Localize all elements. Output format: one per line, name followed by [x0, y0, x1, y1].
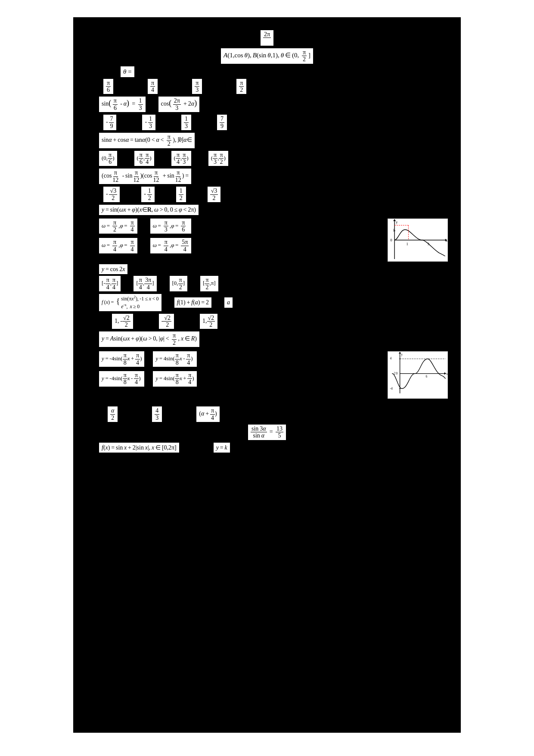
formula-omega1: ω = π2 ,φ = π4 [99, 219, 137, 234]
val-neg-half: - 12 [141, 187, 154, 202]
formula-sin-pi6: sin( π6 - α) = 13 [99, 97, 146, 112]
formula-omega2: ω = π4 ,φ = π4 [99, 238, 137, 253]
formula-f1fa: f(1) + f(a) = 2 [174, 297, 211, 308]
svg-text:x: x [446, 238, 447, 243]
val-neg-sqrt2-2: -√22 [159, 314, 174, 329]
val-pi2: π2 [236, 79, 246, 94]
formula-neg4sin-a: y = -4sin(π8x + π4) [99, 351, 144, 367]
svg-text:4: 4 [390, 357, 392, 361]
row-19: α2 43 (α + π4) [86, 406, 448, 422]
row-9: (cosπ12 - sinπ12)(cosπ12 + sinπ12) = [86, 169, 448, 184]
formula-cos-sin-12: (cosπ12 - sinπ12)(cosπ12 + sinπ12) = [99, 169, 191, 184]
interval-1: (0,π6) [99, 151, 117, 166]
val-pi3: π3 [192, 79, 202, 94]
val-neg79: - 79 [103, 115, 116, 130]
val-alpha-2: α2 [108, 406, 118, 422]
row-6: - 79 - 13 13 79 [86, 115, 448, 130]
val-pi4: π4 [148, 79, 158, 94]
row-15: f (x) = { sin(πx2), -1 ≤ x < 0 e-x, x ≥ … [86, 294, 448, 311]
formula-neg4sin-b: y = -4sin(π8x - π4) [99, 371, 144, 387]
row-12: ω = π2 ,φ = π4 ω = π4 ,φ = π4 ω = π3 ,φ … [86, 219, 448, 262]
formula-piecewise: f (x) = { sin(πx2), -1 ≤ x < 0 e-x, x ≥ … [99, 294, 161, 311]
val-pos13: 13 [181, 115, 191, 130]
chart-2: 0 x y 4 -4 -2 6 [388, 351, 448, 399]
formula-ab: A(1,cos θ), B(sin θ,1), θ ∈ (0, π 2 ] [221, 48, 313, 64]
row-3: θ = [86, 66, 448, 77]
svg-text:1: 1 [393, 228, 394, 232]
row-18: y = -4sin(π8x + π4) y = -4sin(π8x - π4) … [86, 351, 448, 399]
val-1-neg-sqrt2-2: 1, -√22 [112, 314, 133, 329]
formula-cos-2pi3: cos( 2π3 + 2α) [158, 97, 200, 112]
svg-text:x: x [446, 372, 447, 376]
row-16: 1, -√22 -√22 1,√22 [86, 314, 448, 329]
val-pi6: π6 [103, 79, 113, 94]
formula-sin-cos-tan: sinα + cosα = tanα(0 < α < π2 ), 则α∈ [99, 133, 195, 148]
row-1: 2π [86, 30, 448, 46]
row-10: - √32 - 12 12 √32 [86, 187, 448, 202]
formula-y-Asin: y = Asin(ωx + φ)(ω > 0, |φ| < π2 , x ∈ R… [99, 331, 199, 347]
interval-a3: [0,π2] [170, 276, 188, 291]
row-13: y = cos 2x [86, 264, 448, 275]
formula-f-sin-abs: f(x) = sin x + 2|sin x|, x ∈ [0,2π] [99, 443, 179, 453]
val-pos79: 79 [217, 115, 227, 130]
interval-2: (π6,π4) [134, 151, 154, 166]
val-neg-sqrt3-2: - √32 [103, 187, 120, 202]
row-5: sin( π6 - α) = 13 cos( 2π3 + 2α) [86, 97, 448, 112]
row-7: sinα + cosα = tanα(0 < α < π2 ), 则α∈ [86, 133, 448, 148]
val-neg13: - 13 [142, 115, 155, 130]
interval-4: (π3,π2) [208, 151, 228, 166]
svg-text:6: 6 [425, 375, 427, 378]
row-4: π6 π4 π3 π2 [86, 79, 448, 94]
formula-y-k: y = k [214, 443, 230, 453]
row-20: sin 3α sin α = 135 [86, 425, 448, 440]
formula-4sin-a: y = 4sin(π8x - π4) [153, 351, 196, 367]
val-1-sqrt2-2: 1,√22 [200, 314, 217, 329]
black-box: 2π A(1,cos θ), B(sin θ,1), θ ∈ (0, π 2 ]… [73, 17, 461, 733]
row-21: f(x) = sin x + 2|sin x|, x ∈ [0,2π] y = … [86, 443, 448, 453]
page-container: 2π A(1,cos θ), B(sin θ,1), θ ∈ (0, π 2 ]… [0, 0, 534, 756]
interval-a2: [π4,3π4] [134, 276, 156, 291]
svg-text:y: y [396, 219, 398, 224]
val-sqrt3-2: √32 [208, 187, 221, 202]
row-11: y = sin(ωx + φ)(x∈R, ω > 0, 0 ≤ φ < 2π) [86, 205, 448, 215]
svg-text:y: y [401, 353, 403, 356]
formula-y-cos2x: y = cos 2x [99, 264, 127, 275]
formula-theta-eq: θ = [121, 66, 134, 77]
row-14: [-π4,π4] [π4,3π4] [0,π2] [π2,π] [86, 276, 448, 291]
interval-3: (π4,π3) [171, 151, 191, 166]
formula-sin3a-sina: sin 3α sin α = 135 [248, 425, 286, 440]
val-4-3: 43 [152, 406, 162, 422]
chart-1: 0 x y 1 1 3 [388, 219, 448, 262]
formula-2pi: 2π [261, 30, 273, 46]
svg-text:0: 0 [390, 238, 392, 242]
formula-omega4: ω = π4 ,φ = 5π4 [150, 238, 192, 253]
svg-text:-4: -4 [390, 387, 393, 390]
interval-a4: [π2,π] [200, 276, 218, 291]
formula-y-sin: y = sin(ωx + φ)(x∈R, ω > 0, 0 ≤ φ < 2π) [99, 205, 199, 215]
val-alpha-pi4: (α + π4) [196, 406, 219, 422]
row-2: A(1,cos θ), B(sin θ,1), θ ∈ (0, π 2 ] [86, 48, 448, 64]
val-pos-half: 12 [176, 187, 186, 202]
row-17: y = Asin(ωx + φ)(ω > 0, |φ| < π2 , x ∈ R… [86, 331, 448, 347]
val-a: a [224, 297, 233, 308]
row-8: (0,π6) (π6,π4) (π4,π3) (π3,π2) [86, 151, 448, 166]
formula-omega3: ω = π3 ,φ = π6 [150, 219, 192, 234]
svg-text:0: 0 [396, 372, 397, 376]
interval-a1: [-π4,π4] [99, 276, 121, 291]
formula-4sin-b: y = 4sin(π8x + π4) [153, 371, 196, 387]
svg-text:1: 1 [407, 241, 408, 246]
